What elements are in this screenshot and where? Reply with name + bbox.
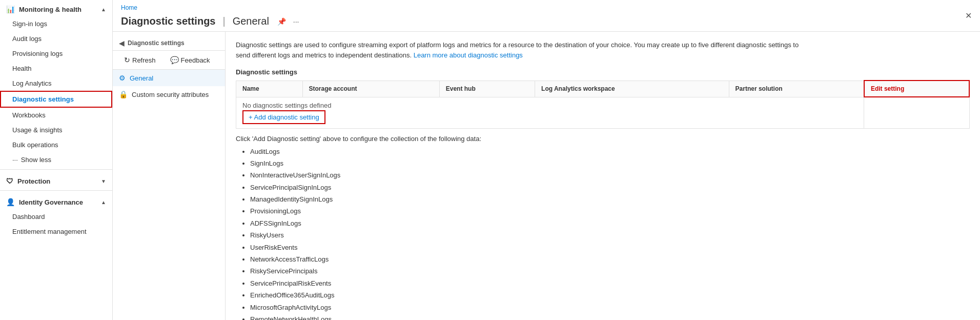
sidebar-item-dashboard[interactable]: Dashboard <box>0 209 112 224</box>
sidebar-divider-2 <box>0 190 112 191</box>
list-item: ServicePrincipalSignInLogs <box>250 182 970 193</box>
chevron-up-icon-2: ▲ <box>101 199 106 205</box>
pin-icon-button[interactable]: 📌 <box>275 16 288 27</box>
feedback-button[interactable]: 💬 Feedback <box>167 54 213 66</box>
left-panel-item-custom-security[interactable]: 🔒 Custom security attributes <box>113 86 225 103</box>
left-panel-item-general[interactable]: ⚙ General <box>113 70 225 86</box>
data-list: AuditLogs SignInLogs NonInteractiveUserS… <box>236 146 970 321</box>
topbar: Home Diagnostic settings | General 📌 ···… <box>113 0 980 32</box>
feedback-icon: 💬 <box>170 56 179 64</box>
ellipsis-icon: ··· <box>12 156 18 164</box>
list-item: ProvisioningLogs <box>250 205 970 217</box>
sidebar-item-signin-logs[interactable]: Sign-in logs <box>0 16 112 31</box>
list-item: UserRiskEvents <box>250 242 970 253</box>
list-item: AuditLogs <box>250 146 970 157</box>
list-item: NetworkAccessTrafficLogs <box>250 253 970 265</box>
col-log-analytics: Log Analytics workspace <box>535 81 729 97</box>
sidebar-monitoring-header[interactable]: 📊 Monitoring & health ▲ <box>0 0 112 16</box>
sidebar-item-health[interactable]: Health <box>0 61 112 76</box>
sidebar-item-provisioning-logs[interactable]: Provisioning logs <box>0 46 112 61</box>
col-event-hub: Event hub <box>439 81 535 97</box>
list-item: ServicePrincipalRiskEvents <box>250 277 970 289</box>
chevron-up-icon: ▲ <box>101 7 106 12</box>
sidebar-item-bulk-operations[interactable]: Bulk operations <box>0 137 112 152</box>
edit-setting-empty-cell <box>864 97 969 128</box>
sidebar-identity-governance-header[interactable]: 👤 Identity Governance ▲ <box>0 193 112 209</box>
toolbar: ↻ Refresh 💬 Feedback <box>113 51 225 70</box>
learn-more-link[interactable]: Learn more about diagnostic settings <box>414 51 523 59</box>
more-options-button[interactable]: ··· <box>291 16 301 27</box>
diagnostic-settings-table: Name Storage account Event hub Log Analy… <box>236 80 970 129</box>
list-item: NonInteractiveUserSignInLogs <box>250 169 970 181</box>
chevron-down-icon: ▼ <box>101 178 106 184</box>
security-icon: 🔒 <box>119 90 128 98</box>
list-item: RiskyServicePrincipals <box>250 265 970 277</box>
sidebar-item-audit-logs[interactable]: Audit logs <box>0 31 112 46</box>
sidebar-divider <box>0 169 112 170</box>
list-item: MicrosoftGraphActivityLogs <box>250 302 970 313</box>
left-panel-header: Diagnostic settings <box>128 39 185 47</box>
close-button[interactable]: ✕ <box>965 11 972 21</box>
sidebar-item-diagnostic-settings[interactable]: Diagnostic settings <box>0 91 112 108</box>
list-item: RiskyUsers <box>250 229 970 241</box>
general-icon: ⚙ <box>119 74 126 82</box>
list-item: SignInLogs <box>250 157 970 169</box>
title-icons: 📌 ··· <box>275 16 301 27</box>
list-item: ManagedIdentitySignInLogs <box>250 193 970 205</box>
right-content: Diagnostic settings are used to configur… <box>226 32 980 320</box>
sidebar-item-entitlement-management[interactable]: Entitlement management <box>0 224 112 239</box>
title-separator: | <box>222 15 225 27</box>
content-area: ◀ Diagnostic settings ↻ Refresh 💬 Feedba… <box>113 32 980 320</box>
list-item: RemoteNetworkHealthLogs <box>250 313 970 320</box>
table-row-no-data: No diagnostic settings defined + Add dia… <box>236 97 970 128</box>
data-list-intro: Click 'Add Diagnostic setting' above to … <box>236 135 970 143</box>
no-data-cell: No diagnostic settings defined + Add dia… <box>236 97 864 128</box>
add-diagnostic-setting-button[interactable]: + Add diagnostic setting <box>242 110 325 124</box>
list-item: ADFSSignInLogs <box>250 217 970 229</box>
left-panel-collapse-button[interactable]: ◀ <box>119 39 125 47</box>
col-partner-solution: Partner solution <box>729 81 864 97</box>
sidebar: 📊 Monitoring & health ▲ Sign-in logs Aud… <box>0 0 113 320</box>
refresh-button[interactable]: ↻ Refresh <box>121 54 159 66</box>
col-storage: Storage account <box>302 81 439 97</box>
sidebar-show-less[interactable]: ··· Show less <box>0 152 112 167</box>
page-title: Diagnostic settings | General 📌 ··· <box>121 13 301 31</box>
list-item: EnrichedOffice365AuditLogs <box>250 289 970 301</box>
sidebar-item-workbooks[interactable]: Workbooks <box>0 108 112 123</box>
description-text: Diagnostic settings are used to configur… <box>236 40 800 60</box>
col-name: Name <box>236 81 303 97</box>
main-content: Home Diagnostic settings | General 📌 ···… <box>113 0 980 320</box>
col-edit-setting: Edit setting <box>864 81 969 97</box>
sidebar-item-usage-insights[interactable]: Usage & insights <box>0 123 112 137</box>
sidebar-protection-header[interactable]: 🛡 Protection ▼ <box>0 172 112 188</box>
left-panel: ◀ Diagnostic settings ↻ Refresh 💬 Feedba… <box>113 32 226 320</box>
sidebar-item-log-analytics[interactable]: Log Analytics <box>0 76 112 91</box>
refresh-icon: ↻ <box>124 56 130 64</box>
table-section-title: Diagnostic settings <box>236 68 970 76</box>
breadcrumb[interactable]: Home <box>121 0 301 13</box>
